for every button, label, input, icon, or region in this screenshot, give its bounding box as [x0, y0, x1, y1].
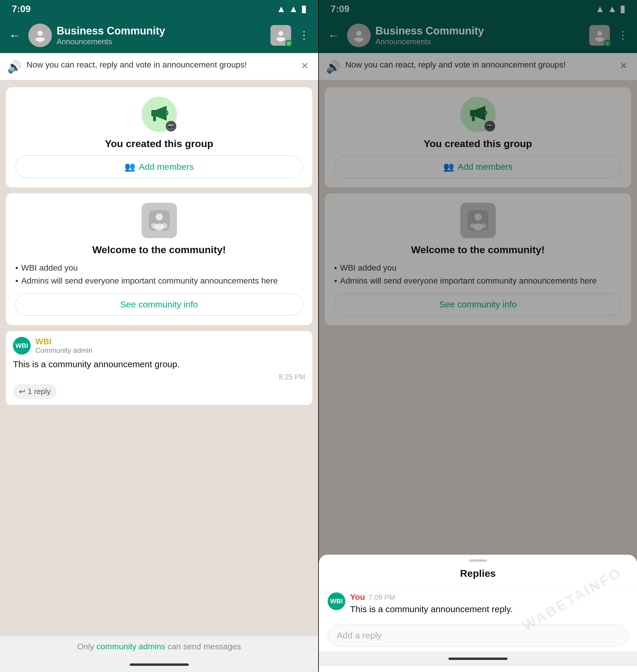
home-bar-left: [130, 664, 189, 666]
verified-badge-left: ✓: [285, 40, 292, 47]
svg-point-16: [154, 223, 164, 230]
reply-item: WBI You 7:09 PM This is a community anno…: [319, 585, 637, 621]
right-panel: 7:09 ▲ ▲ ▮ ← Business Community Announce…: [319, 0, 637, 672]
reply-content: You 7:09 PM This is a community announce…: [350, 593, 628, 614]
banner-text-left: Now you can react, reply and vote in ann…: [26, 59, 294, 71]
svg-point-4: [278, 31, 284, 36]
megaphone-svg-left: [149, 104, 169, 125]
status-bar-left: 7:09 ▲ ▲ ▮: [0, 0, 318, 18]
status-time-left: 7:09: [12, 3, 31, 15]
bottom-link-left[interactable]: community admins: [96, 642, 165, 651]
message-sender-left: WBI: [35, 337, 92, 346]
reply-input[interactable]: Add a reply: [328, 624, 628, 647]
welcome-card-body-left: WBI added you Admins will send everyone …: [15, 261, 303, 287]
replies-sheet: Replies WBI You 7:09 PM This is a commun…: [319, 555, 637, 672]
home-indicator-left: [0, 657, 318, 672]
reply-button-left[interactable]: ↩ 1 reply: [13, 384, 57, 399]
bottom-prefix-left: Only: [77, 642, 96, 651]
see-info-label-left: See community info: [120, 299, 198, 310]
header-group-icon-left[interactable]: ✓: [270, 25, 291, 46]
svg-point-0: [37, 31, 43, 36]
svg-rect-8: [151, 110, 156, 116]
home-bar-right: [449, 657, 508, 660]
group-icon-circle-left: 📷: [142, 97, 177, 132]
message-text-left: This is a community announcement group.: [13, 358, 305, 371]
banner-close-left[interactable]: ✕: [298, 59, 311, 73]
welcome-card-title-left: Welcome to the community!: [92, 244, 226, 256]
header-left: ← Business Community Announcements ✓: [0, 18, 318, 53]
bullet-2-left: Admins will send everyone important comm…: [15, 274, 303, 287]
community-icon-left: [274, 29, 288, 42]
message-time-left: 8:25 PM: [13, 373, 305, 381]
reply-text: This is a community announcement reply.: [350, 604, 628, 614]
svg-marker-9: [156, 106, 167, 120]
svg-point-13: [156, 213, 163, 221]
reply-count-left: 1 reply: [28, 387, 51, 396]
add-members-icon-left: 👥: [125, 162, 135, 172]
header-title-left: Business Community: [57, 25, 266, 37]
status-icons-left: ▲ ▲ ▮: [277, 3, 306, 15]
message-avatar-left: WBI: [13, 337, 31, 355]
reply-input-placeholder: Add a reply: [337, 631, 382, 640]
wifi-icon: ▲: [277, 3, 286, 15]
svg-point-7: [278, 37, 284, 41]
add-members-label-left: Add members: [139, 162, 194, 172]
reply-meta: You 7:09 PM: [350, 593, 628, 602]
menu-button-left[interactable]: ⋮: [296, 26, 312, 44]
bottom-bar-left: Only community admins can send messages: [0, 636, 318, 657]
camera-badge-left: 📷: [166, 121, 176, 131]
reply-arrow-icon-left: ↩: [19, 387, 25, 396]
reply-avatar-initials: WBI: [330, 597, 343, 605]
bullet-1-left: WBI added you: [15, 261, 303, 274]
header-avatar-left: [28, 23, 52, 47]
svg-rect-10: [153, 116, 156, 121]
sheet-handle: [469, 559, 487, 562]
message-sender-info-left: WBI Community admin: [35, 337, 92, 355]
message-header-left: WBI WBI Community admin: [13, 337, 305, 355]
svg-point-3: [37, 37, 43, 42]
add-members-button-left[interactable]: 👥 Add members: [15, 155, 303, 178]
battery-icon: ▮: [301, 3, 306, 15]
group-avatar-icon: [33, 28, 48, 43]
back-button-left[interactable]: ←: [6, 26, 23, 45]
message-role-left: Community admin: [35, 346, 92, 355]
announcement-banner-left: 🔊 Now you can react, reply and vote in a…: [0, 53, 318, 80]
community-svg-left: [147, 209, 171, 232]
replies-sheet-title: Replies: [319, 565, 637, 585]
signal-icon: ▲: [289, 3, 298, 15]
megaphone-icon-left: 🔊: [7, 60, 22, 74]
see-community-info-button-left[interactable]: See community info: [15, 293, 303, 316]
created-group-card-left: 📷 You created this group 👥 Add members: [6, 87, 312, 187]
bottom-suffix-left: can send messages: [165, 642, 241, 651]
chat-area-left: 📷 You created this group 👥 Add members W…: [0, 80, 318, 636]
header-info-left: Business Community Announcements: [57, 25, 266, 46]
reply-avatar: WBI: [328, 593, 345, 610]
message-avatar-initials-left: WBI: [16, 342, 28, 350]
message-bubble-left: WBI WBI Community admin This is a commun…: [6, 331, 312, 405]
header-actions-left: ✓ ⋮: [270, 25, 312, 46]
reply-time: 7:09 PM: [369, 593, 395, 601]
header-subtitle-left: Announcements: [57, 37, 266, 46]
welcome-card-left: Welcome to the community! WBI added you …: [6, 193, 312, 325]
home-indicator-right: [319, 651, 637, 666]
reply-sender: You: [350, 593, 365, 602]
left-panel: 7:09 ▲ ▲ ▮ ← Business Community Announce…: [0, 0, 318, 672]
created-card-title-left: You created this group: [105, 138, 214, 149]
community-icon-gray-left: [142, 203, 177, 238]
